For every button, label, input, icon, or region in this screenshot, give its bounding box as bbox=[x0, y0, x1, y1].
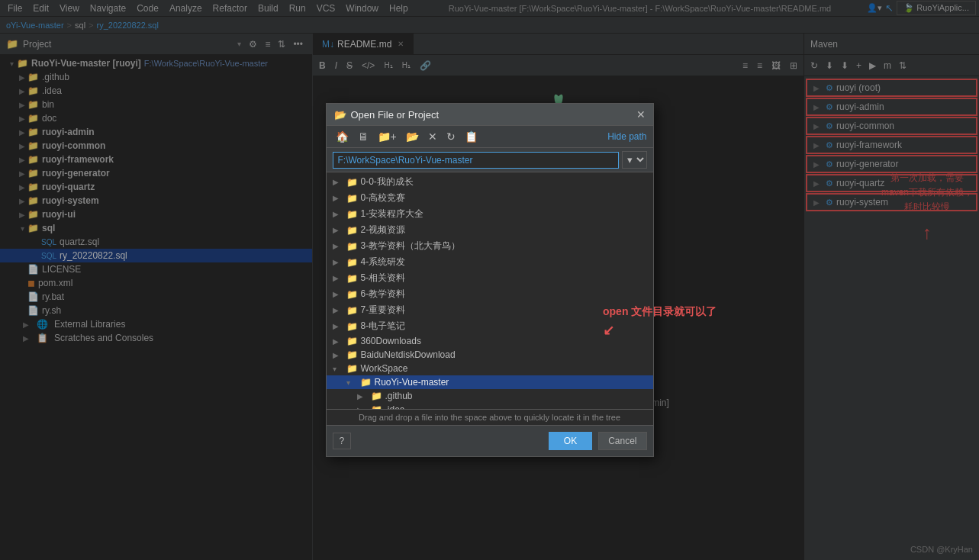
tree-arrow-icon: ▶ bbox=[333, 194, 343, 202]
tree-item-label: RuoYi-Vue-master bbox=[375, 377, 449, 388]
dialog-title-icon: 📂 bbox=[334, 109, 346, 121]
dialog-path-input[interactable] bbox=[333, 152, 619, 169]
dialog-refresh-btn[interactable]: ↻ bbox=[443, 129, 459, 144]
tree-arrow-icon: ▾ bbox=[346, 378, 357, 387]
dialog-tree-item[interactable]: ▶ 📁 360Downloads bbox=[327, 334, 653, 348]
folder-icon: 📁 bbox=[346, 241, 358, 252]
dialog-cancel-btn[interactable]: Cancel bbox=[598, 432, 646, 450]
tree-arrow-icon: ▶ bbox=[333, 351, 343, 359]
folder-icon: 📁 bbox=[371, 391, 382, 401]
tree-item-label: 1-安装程序大全 bbox=[361, 208, 424, 220]
dialog-title-text: Open File or Project bbox=[351, 109, 440, 121]
dialog-help-btn[interactable]: ? bbox=[333, 433, 352, 449]
tree-item-label: 0-高校竞赛 bbox=[361, 191, 406, 204]
dialog-tree-item-workspace[interactable]: ▾ 📁 WorkSpace bbox=[327, 362, 653, 375]
tree-arrow-icon: ▶ bbox=[333, 337, 343, 346]
dialog-action-buttons: OK Cancel bbox=[549, 432, 647, 450]
dialog-tree-item[interactable]: ▶ 📁 3-教学资料（北大青鸟） bbox=[327, 238, 653, 254]
tree-arrow-icon: ▶ bbox=[333, 290, 343, 298]
dialog-tree-item[interactable]: ▶ 📁 BaiduNetdiskDownload bbox=[327, 348, 653, 362]
tree-item-label: BaiduNetdiskDownload bbox=[361, 349, 456, 360]
tree-arrow-icon: ▶ bbox=[333, 242, 343, 250]
tree-item-label: 360Downloads bbox=[361, 336, 421, 346]
dialog-tree: ▶ 📁 0-0-我的成长 ▶ 📁 0-高校竞赛 ▶ 📁 1-安装程序大全 ▶ 📁… bbox=[327, 172, 653, 409]
open-file-dialog: 📂 Open File or Project ✕ 🏠 🖥 📁+ 📂 ✕ ↻ 📋 … bbox=[326, 103, 654, 457]
folder-icon: 📁 bbox=[346, 193, 358, 204]
tree-arrow-icon: ▶ bbox=[333, 210, 343, 218]
folder-icon: 📁 bbox=[346, 209, 358, 220]
dialog-path-row: ▾ bbox=[327, 148, 653, 172]
folder-icon: 📁 bbox=[346, 289, 358, 300]
dialog-titlebar: 📂 Open File or Project ✕ bbox=[327, 104, 653, 126]
dialog-tree-item[interactable]: ▶ 📁 1-安装程序大全 bbox=[327, 206, 653, 222]
folder-icon: 📁 bbox=[346, 305, 358, 316]
dialog-tree-item[interactable]: ▶ 📁 5-相关资料 bbox=[327, 270, 653, 286]
folder-icon: 📁 bbox=[360, 377, 372, 388]
tree-arrow-icon: ▶ bbox=[333, 178, 343, 186]
dialog-actions: ? OK Cancel bbox=[327, 425, 653, 456]
tree-arrow-icon: ▶ bbox=[357, 392, 368, 401]
folder-icon: 📁 bbox=[346, 177, 358, 188]
tree-arrow-icon: ▶ bbox=[333, 226, 343, 234]
dialog-desktop-btn[interactable]: 🖥 bbox=[355, 129, 372, 144]
tree-arrow-icon: ▶ bbox=[333, 258, 343, 266]
dialog-tree-item[interactable]: ▶ 📁 0-高校竞赛 bbox=[327, 190, 653, 206]
dialog-copy-btn[interactable]: 📋 bbox=[462, 129, 481, 144]
tree-item-label: 5-相关资料 bbox=[361, 272, 406, 285]
dialog-tree-item-idea[interactable]: ▶ 📁 .idea bbox=[327, 403, 653, 409]
dialog-expand-btn[interactable]: 📂 bbox=[403, 129, 422, 144]
folder-icon: 📁 bbox=[346, 321, 358, 332]
folder-icon: 📁 bbox=[346, 273, 358, 284]
tree-arrow-icon: ▶ bbox=[333, 274, 343, 282]
tree-item-label: 3-教学资料（北大青鸟） bbox=[361, 240, 461, 253]
dialog-overlay: 📂 Open File or Project ✕ 🏠 🖥 📁+ 📂 ✕ ↻ 📋 … bbox=[0, 0, 979, 560]
tree-arrow-icon: ▶ bbox=[333, 322, 343, 330]
folder-icon: 📁 bbox=[371, 404, 382, 409]
folder-icon: 📁 bbox=[346, 349, 358, 360]
dialog-tree-item[interactable]: ▶ 📁 8-电子笔记 bbox=[327, 318, 653, 334]
tree-item-label: 4-系统研发 bbox=[361, 256, 406, 269]
tree-arrow-icon: ▶ bbox=[333, 306, 343, 314]
dialog-tree-item[interactable]: ▶ 📁 4-系统研发 bbox=[327, 254, 653, 270]
dialog-tree-item-ruoyi[interactable]: ▾ 📁 RuoYi-Vue-master bbox=[327, 375, 653, 389]
tree-item-label: .idea bbox=[385, 404, 405, 409]
tree-item-label: 7-重要资料 bbox=[361, 304, 406, 317]
tree-item-label: 6-教学资料 bbox=[361, 288, 406, 301]
tree-arrow-icon: ▾ bbox=[333, 365, 343, 373]
tree-item-label: WorkSpace bbox=[361, 363, 408, 374]
tree-item-label: 2-视频资源 bbox=[361, 224, 406, 237]
dialog-path-dropdown[interactable]: ▾ bbox=[622, 151, 647, 169]
dialog-ok-btn[interactable]: OK bbox=[549, 432, 592, 450]
dialog-tree-item[interactable]: ▶ 📁 0-0-我的成长 bbox=[327, 174, 653, 190]
dialog-delete-btn[interactable]: ✕ bbox=[425, 129, 440, 144]
dialog-title: 📂 Open File or Project bbox=[334, 109, 440, 121]
folder-icon: 📁 bbox=[346, 363, 358, 374]
tree-item-label: 0-0-我的成长 bbox=[361, 175, 414, 188]
folder-icon: 📁 bbox=[346, 336, 358, 346]
dialog-hide-path-btn[interactable]: Hide path bbox=[607, 131, 646, 142]
tree-item-label: .github bbox=[385, 391, 413, 401]
tree-arrow-icon: ▶ bbox=[357, 406, 368, 410]
dialog-new-folder-btn[interactable]: 📁+ bbox=[375, 129, 400, 144]
dialog-close-btn[interactable]: ✕ bbox=[636, 108, 646, 121]
folder-icon: 📁 bbox=[346, 257, 358, 268]
folder-icon: 📁 bbox=[346, 225, 358, 236]
dialog-home-btn[interactable]: 🏠 bbox=[333, 129, 352, 144]
tree-item-label: 8-电子笔记 bbox=[361, 320, 406, 333]
dialog-tree-item[interactable]: ▶ 📁 6-教学资料 bbox=[327, 286, 653, 302]
dialog-footer-hint: Drag and drop a file into the space abov… bbox=[327, 409, 653, 425]
dialog-tree-item-github[interactable]: ▶ 📁 .github bbox=[327, 389, 653, 403]
dialog-toolbar: 🏠 🖥 📁+ 📂 ✕ ↻ 📋 Hide path bbox=[327, 126, 653, 148]
dialog-tree-item[interactable]: ▶ 📁 7-重要资料 bbox=[327, 302, 653, 318]
dialog-tree-item[interactable]: ▶ 📁 2-视频资源 bbox=[327, 222, 653, 238]
